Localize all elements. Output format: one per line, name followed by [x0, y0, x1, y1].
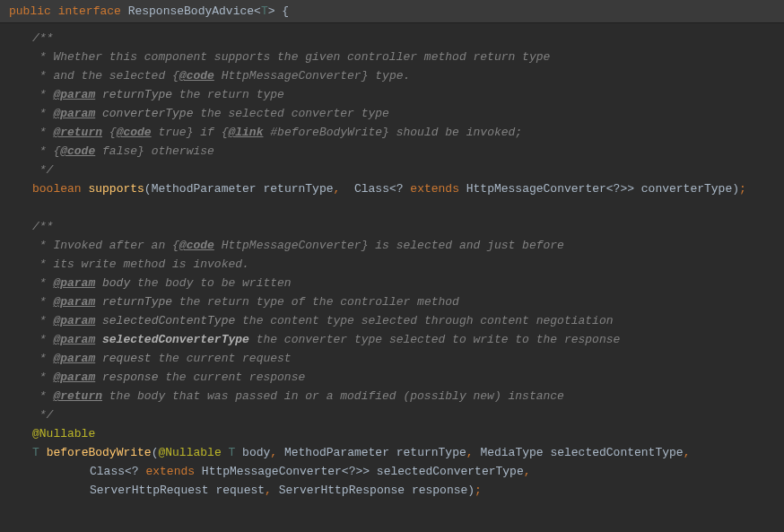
param-name: body [95, 276, 130, 290]
gt: > [268, 4, 275, 18]
param-type: MethodParameter [152, 182, 257, 196]
javadoc-line: * and the selected { [32, 69, 179, 83]
lt: < [254, 4, 261, 18]
javadoc-line: * [32, 314, 53, 327]
param-name: request [95, 352, 151, 365]
javadoc-end: */ [32, 163, 53, 177]
param-tag: @param [53, 276, 95, 290]
comma: , [334, 182, 348, 196]
javadoc-line: * [32, 371, 53, 384]
param: Class<? [347, 182, 410, 196]
javadoc-line: HttpMessageConverter} is selected and ju… [214, 239, 564, 252]
code-tag: @code [60, 144, 95, 158]
comma: , [684, 446, 691, 459]
param-desc: the converter type selected to write to … [249, 333, 620, 346]
javadoc-line: * { [32, 144, 60, 158]
semicolon: ; [475, 484, 482, 497]
javadoc-line: #beforeBodyWrite} should be invoked; [263, 126, 522, 139]
nullable-annotation: @Nullable [158, 446, 221, 459]
param-tag: @param [53, 314, 95, 327]
code-tag: @code [179, 69, 214, 83]
brace: { [275, 4, 290, 18]
param-name: returnType [95, 295, 172, 309]
code-body[interactable]: /** * Whether this component supports th… [0, 23, 784, 500]
javadoc-end: */ [32, 408, 53, 422]
comma: , [466, 446, 474, 459]
kw-interface: interface [58, 4, 121, 18]
interface-name: ResponseBodyAdvice [128, 4, 254, 18]
code-tag: @code [179, 239, 214, 252]
param-tag: @param [53, 371, 95, 384]
javadoc-line: false} otherwise [95, 144, 214, 158]
return-tag: @return [53, 389, 102, 403]
javadoc-start: /** [32, 220, 53, 233]
javadoc-line: * [32, 126, 53, 139]
param-type: T [222, 446, 236, 459]
link-tag: @link [228, 126, 263, 139]
param-desc: the content type selected through conten… [235, 314, 613, 327]
param-desc: the return type [172, 88, 284, 101]
javadoc-line: * [32, 107, 53, 120]
semicolon: ; [739, 182, 746, 196]
return-desc: the body that was passed in or a modifie… [102, 389, 564, 403]
return-tag: @return [53, 126, 102, 139]
comma: , [524, 465, 531, 478]
param: body [235, 446, 270, 459]
javadoc-line: HttpMessageConverter} type. [214, 69, 410, 83]
param-tag: @param [53, 295, 95, 309]
kw-extends: extends [145, 465, 195, 478]
code-tag: @code [117, 126, 152, 139]
javadoc-start: /** [32, 31, 53, 45]
param-tag: @param [53, 333, 95, 346]
return-type: T [32, 446, 39, 459]
param-desc: the current request [152, 352, 292, 365]
javadoc-line: * its write method is invoked. [32, 257, 249, 271]
lparen: ( [144, 182, 152, 196]
javadoc-line: * [32, 389, 53, 403]
kw-public: public [9, 4, 51, 18]
interface-decl[interactable]: public interface ResponseBodyAdvice<T> { [9, 4, 289, 18]
param-tag: @param [53, 88, 95, 101]
param-tag: @param [53, 352, 95, 365]
javadoc-line: { [102, 126, 117, 139]
javadoc-line: * [32, 333, 53, 346]
javadoc-line: * [32, 295, 53, 309]
param: ServerHttpRequest request [90, 484, 265, 497]
comma: , [265, 484, 272, 497]
param: Class<? [90, 465, 145, 478]
nullable-annotation: @Nullable [32, 427, 95, 440]
comma: , [270, 446, 277, 459]
param-desc: the current response [158, 371, 305, 384]
return-type: boolean [32, 182, 82, 196]
param: ServerHttpResponse response) [272, 484, 475, 497]
param-name: selectedContentType [95, 314, 235, 327]
param-name: converterType [95, 107, 193, 120]
method-beforeBodyWrite: T beforeBodyWrite(@Nullable T body, Meth… [0, 443, 784, 462]
kw-extends: extends [410, 182, 459, 196]
javadoc-line: true} if { [152, 126, 229, 139]
method-supports: boolean supports(MethodParameter returnT… [0, 179, 784, 198]
param: MediaType selectedContentType [474, 446, 684, 459]
javadoc-line: * [32, 88, 53, 101]
param: returnType [257, 182, 334, 196]
param-desc: the selected converter type [193, 107, 388, 120]
param: HttpMessageConverter<?>> selectedConvert… [195, 465, 524, 478]
javadoc-line: * Invoked after an { [32, 239, 179, 252]
method-name: beforeBodyWrite [47, 446, 152, 459]
param-desc: the body to be written [130, 276, 291, 290]
param: HttpMessageConverter<?>> converterType) [459, 182, 739, 196]
javadoc-line: * Whether this component supports the gi… [32, 50, 550, 64]
declaration-line: public interface ResponseBodyAdvice<T> { [0, 0, 784, 23]
type-param: T [261, 4, 268, 18]
param-name: returnType [95, 88, 172, 101]
javadoc-line: * [32, 352, 53, 365]
method-name: supports [88, 182, 144, 196]
param: MethodParameter returnType [277, 446, 466, 459]
param-name: selectedConverterType [95, 333, 249, 346]
param-tag: @param [53, 107, 95, 120]
param-desc: the return type of the controller method [172, 295, 459, 309]
param-name: response [95, 371, 158, 384]
javadoc-line: * [32, 276, 53, 290]
